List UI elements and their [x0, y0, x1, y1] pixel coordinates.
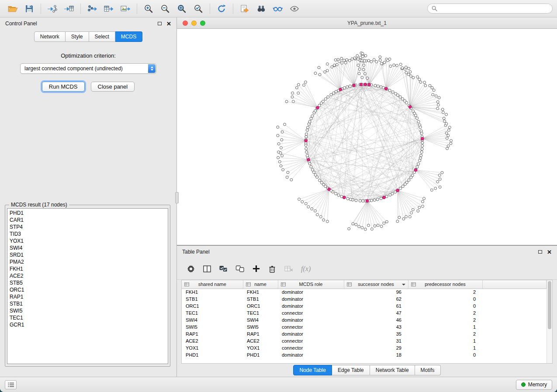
graph-node[interactable] — [447, 134, 450, 137]
table-row[interactable]: ACE2ACE2connector311 — [182, 337, 547, 344]
tab-style[interactable]: Style — [66, 31, 89, 42]
graph-node[interactable] — [310, 117, 312, 120]
cell-shared-name[interactable]: STB1 — [182, 296, 243, 303]
cell-successor-nodes[interactable]: 46 — [344, 316, 408, 323]
share-document-button[interactable] — [236, 2, 253, 16]
graph-node[interactable] — [285, 100, 288, 103]
graph-node[interactable] — [405, 71, 408, 74]
graph-node[interactable] — [364, 72, 367, 75]
graph-node[interactable] — [352, 223, 354, 225]
graph-node[interactable] — [442, 111, 444, 113]
graph-node[interactable] — [366, 77, 369, 79]
graph-node[interactable] — [422, 205, 424, 208]
cell-shared-name[interactable]: YOX1 — [182, 344, 243, 351]
table-scrollbar[interactable] — [547, 280, 552, 363]
graph-hub-node[interactable] — [339, 88, 342, 91]
graph-node[interactable] — [318, 179, 321, 182]
graph-node[interactable] — [327, 96, 329, 98]
graph-node[interactable] — [396, 64, 398, 67]
cell-name[interactable]: STB1 — [243, 296, 278, 303]
network-window-titlebar[interactable]: YPA_prune.txt_1 — [177, 17, 557, 29]
cell-predecessor-nodes[interactable]: 2 — [408, 330, 482, 337]
graph-node[interactable] — [445, 113, 448, 116]
graph-node[interactable] — [431, 86, 433, 89]
mcds-result-item[interactable]: SRD1 — [10, 251, 168, 258]
cell-name[interactable]: SWI4 — [243, 316, 278, 323]
tab-select[interactable]: Select — [89, 31, 115, 42]
close-table-panel-icon[interactable]: ✕ — [547, 249, 552, 255]
graph-node[interactable] — [380, 197, 382, 200]
graph-node[interactable] — [408, 215, 411, 218]
graph-node[interactable] — [355, 224, 357, 226]
graph-node[interactable] — [417, 120, 420, 123]
mcds-result-item[interactable]: PMA2 — [10, 258, 168, 265]
graph-node[interactable] — [322, 219, 325, 221]
graph-node[interactable] — [361, 52, 364, 55]
graph-node[interactable] — [374, 84, 377, 87]
graph-node[interactable] — [423, 197, 426, 200]
graph-node[interactable] — [348, 59, 351, 62]
cell-mcds-role[interactable]: dominator — [278, 289, 344, 296]
cell-name[interactable]: SWI5 — [243, 323, 278, 330]
import-network-button[interactable] — [44, 2, 61, 16]
graph-node[interactable] — [380, 62, 383, 65]
graph-node[interactable] — [306, 129, 308, 131]
graph-node[interactable] — [277, 156, 280, 159]
graph-node[interactable] — [281, 155, 284, 157]
graph-node[interactable] — [399, 63, 402, 65]
graph-node[interactable] — [277, 143, 280, 145]
graph-node[interactable] — [417, 210, 419, 212]
graph-node[interactable] — [437, 103, 440, 106]
tab-motifs[interactable]: Motifs — [415, 365, 441, 375]
graph-node[interactable] — [389, 65, 392, 68]
graph-node[interactable] — [307, 126, 309, 129]
graph-node[interactable] — [311, 115, 314, 117]
graph-node[interactable] — [410, 212, 413, 214]
cell-successor-nodes[interactable]: 61 — [344, 303, 408, 309]
cell-predecessor-nodes[interactable]: 2 — [408, 316, 482, 323]
graph-node[interactable] — [418, 206, 421, 209]
cell-name[interactable]: YOX1 — [243, 344, 278, 351]
cell-shared-name[interactable]: RAP1 — [182, 330, 243, 337]
table-row[interactable]: PHD1PHD1dominator180 — [182, 351, 547, 358]
graph-hub-node[interactable] — [304, 139, 308, 142]
cell-shared-name[interactable]: FKH1 — [182, 289, 243, 296]
graph-node[interactable] — [343, 59, 346, 62]
graph-node[interactable] — [363, 64, 365, 66]
graph-node[interactable] — [362, 199, 364, 202]
graph-node[interactable] — [361, 55, 364, 58]
graph-node[interactable] — [417, 163, 420, 165]
graph-node[interactable] — [349, 198, 352, 201]
table-row[interactable]: RAP1RAP1dominator352 — [182, 330, 547, 337]
graph-node[interactable] — [385, 195, 388, 198]
graph-node[interactable] — [448, 126, 451, 129]
graph-node[interactable] — [401, 67, 404, 69]
graph-hub-node[interactable] — [383, 196, 386, 199]
graph-node[interactable] — [370, 228, 373, 230]
search-input[interactable] — [440, 6, 548, 12]
graph-node[interactable] — [337, 194, 340, 196]
graph-node[interactable] — [335, 90, 337, 93]
graph-node[interactable] — [364, 228, 367, 230]
graph-hub-node[interactable] — [421, 137, 424, 140]
cell-mcds-role[interactable]: connector — [278, 323, 344, 330]
export-network-button[interactable] — [84, 2, 100, 16]
graph-node[interactable] — [305, 135, 308, 138]
cell-name[interactable]: TEC1 — [243, 309, 278, 316]
graph-node[interactable] — [434, 187, 437, 190]
graph-node[interactable] — [379, 56, 381, 58]
column-header-name[interactable]: name — [243, 280, 278, 289]
graph-node[interactable] — [408, 179, 410, 181]
graph-node[interactable] — [439, 186, 441, 189]
cell-predecessor-nodes[interactable]: 1 — [408, 337, 482, 344]
graph-node[interactable] — [420, 154, 422, 157]
column-header-predecessor-nodes[interactable]: predecessor nodes — [408, 280, 482, 289]
graph-hub-node[interactable] — [368, 83, 371, 86]
table-row[interactable]: SWI5SWI5connector431 — [182, 323, 547, 330]
unselect-all-button[interactable] — [235, 265, 245, 273]
cell-predecessor-nodes[interactable]: 0 — [408, 303, 482, 309]
graph-node[interactable] — [346, 86, 349, 88]
float-panel-icon[interactable] — [158, 22, 162, 25]
graph-node[interactable] — [450, 142, 452, 144]
graph-node[interactable] — [415, 117, 418, 120]
